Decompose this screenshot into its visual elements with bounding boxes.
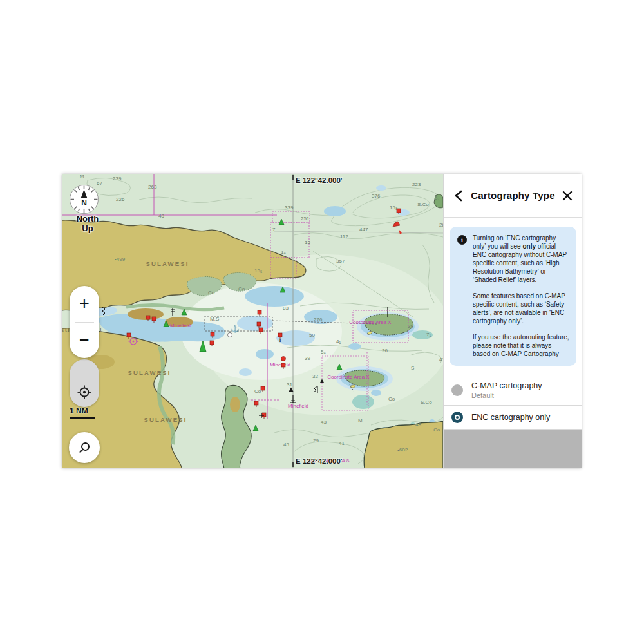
svg-text:48: 48 — [158, 213, 164, 219]
svg-text:Minefield: Minefield — [288, 403, 308, 409]
svg-text:31: 31 — [287, 382, 292, 388]
svg-text:32: 32 — [312, 374, 318, 379]
svg-text:M.S: M.S — [210, 316, 219, 322]
radio-selected-icon[interactable] — [451, 412, 463, 423]
panel-title: Cartography Type — [466, 190, 560, 201]
svg-text:15: 15 — [305, 240, 310, 245]
svg-text:112: 112 — [340, 234, 348, 240]
svg-text:Co: Co — [208, 290, 215, 296]
svg-text:50: 50 — [309, 332, 315, 338]
svg-text:1₄: 1₄ — [281, 249, 286, 255]
zoom-out-button[interactable]: − — [70, 323, 99, 359]
svg-text:15₈: 15₈ — [390, 205, 397, 211]
svg-text:4₁: 4₁ — [336, 339, 341, 345]
locate-button[interactable] — [70, 377, 99, 407]
compass-n-letter: N — [81, 198, 87, 207]
svg-text:E 122°42.000': E 122°42.000' — [296, 176, 343, 184]
svg-text:5₇: 5₇ — [435, 195, 439, 201]
svg-text:15₅: 15₅ — [254, 268, 262, 274]
nautical-chart-canvas[interactable]: M6723926322648•4993392511121535744737622… — [62, 174, 443, 468]
back-button[interactable] — [451, 189, 466, 203]
locate-icon — [77, 384, 92, 400]
svg-text:⚓: ⚓ — [231, 324, 240, 333]
svg-text:48: 48 — [415, 422, 421, 428]
option-cmap-cartography[interactable]: C-MAP cartography Default — [444, 375, 582, 406]
info-box: i Turning on ‘ENC cartography only’ you … — [450, 227, 576, 366]
svg-text:M: M — [358, 417, 363, 423]
zoom-pill: + − — [70, 286, 99, 358]
svg-text:Co: Co — [433, 427, 440, 433]
svg-text:357: 357 — [336, 258, 345, 264]
svg-text:5₄: 5₄ — [321, 349, 326, 355]
svg-text:Coordinate Area X: Coordinate Area X — [349, 319, 392, 325]
svg-text:223: 223 — [412, 182, 421, 187]
svg-text:41: 41 — [339, 440, 345, 446]
svg-text:376: 376 — [372, 193, 381, 199]
svg-text:251: 251 — [301, 216, 310, 222]
info-text: Turning on ‘ENC cartography only’ you wi… — [473, 234, 570, 358]
close-icon — [562, 191, 573, 201]
svg-text:226: 226 — [116, 196, 125, 202]
map-scale-bar — [70, 417, 95, 419]
panel-footer-gray-area — [444, 430, 582, 468]
info-paragraph-1: Turning on ‘ENC cartography only’ you wi… — [473, 234, 570, 284]
info-icon: i — [457, 235, 467, 245]
svg-text:239: 239 — [113, 176, 122, 182]
svg-text:7: 7 — [272, 227, 276, 232]
close-button[interactable] — [560, 189, 574, 203]
svg-text:S.Co: S.Co — [421, 399, 432, 405]
svg-text:7₁: 7₁ — [426, 332, 431, 337]
north-up-label: North Up — [70, 214, 106, 233]
app-window: M6723926322648•4993392511121535744737622… — [0, 0, 644, 644]
svg-text:S: S — [411, 365, 414, 371]
chart-map[interactable]: M6723926322648•4993392511121535744737622… — [62, 174, 443, 468]
cartography-options: C-MAP cartography Default ENC cartograph… — [444, 375, 582, 430]
option-enc-cartography-only[interactable]: ENC cartography only — [444, 406, 582, 430]
info-paragraph-2: Some features based on C-MAP specific co… — [473, 292, 570, 325]
zoom-in-button[interactable]: + — [70, 286, 99, 322]
svg-text:276: 276 — [314, 317, 323, 323]
svg-text:!: ! — [279, 337, 281, 343]
content-strip: M6723926322648•4993392511121535744737622… — [62, 174, 582, 468]
svg-text:SULAWESI: SULAWESI — [128, 369, 171, 376]
svg-text:45: 45 — [283, 442, 289, 448]
svg-text:39: 39 — [408, 323, 413, 329]
svg-text:Co: Co — [388, 396, 395, 402]
svg-text:Co: Co — [254, 388, 261, 394]
svg-text:M: M — [80, 174, 84, 179]
locate-pill — [70, 359, 99, 407]
info-paragraph-3: If you use the autorouting feature, plea… — [473, 333, 570, 358]
svg-text:•499: •499 — [115, 256, 126, 262]
svg-text:Minefield: Minefield — [170, 323, 191, 328]
chevron-left-icon — [454, 190, 463, 202]
svg-text:263: 263 — [148, 184, 157, 190]
radio-unselected-icon[interactable] — [451, 384, 463, 396]
compass-north-indicator[interactable]: N — [69, 184, 99, 214]
svg-text:83: 83 — [283, 305, 289, 311]
option-label: ENC cartography only — [471, 413, 550, 422]
svg-text:SULAWESI: SULAWESI — [146, 260, 189, 267]
option-sublabel: Default — [471, 392, 542, 399]
svg-text:43: 43 — [321, 419, 327, 425]
svg-text:E 122°42.000': E 122°42.000' — [296, 457, 343, 465]
svg-text:26: 26 — [382, 348, 388, 354]
svg-text:S.Co: S.Co — [417, 202, 429, 207]
svg-text:Minefield: Minefield — [270, 362, 290, 368]
map-scale: 1 NM — [70, 406, 95, 419]
svg-text:SULAWESI: SULAWESI — [144, 416, 187, 423]
svg-text:339: 339 — [285, 205, 294, 211]
svg-text:447: 447 — [359, 227, 368, 232]
cartography-panel: Cartography Type i Turning on ‘ENC carto… — [443, 174, 582, 468]
search-icon — [77, 440, 91, 455]
map-scale-label: 1 NM — [70, 406, 95, 415]
panel-header: Cartography Type — [444, 174, 582, 218]
svg-text:29: 29 — [313, 438, 319, 444]
option-label: C-MAP cartography — [471, 381, 542, 390]
search-button[interactable] — [69, 432, 100, 463]
svg-text:39: 39 — [305, 355, 310, 361]
svg-text:Coordinate Area X: Coordinate Area X — [327, 374, 370, 380]
svg-text:•602: •602 — [397, 447, 408, 453]
svg-text:Co: Co — [238, 286, 245, 292]
compass-icon: N — [69, 184, 99, 214]
